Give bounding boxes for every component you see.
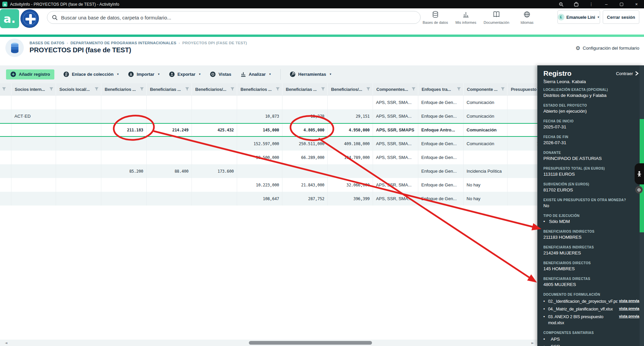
table-cell[interactable] [11, 164, 56, 178]
column-header-beneficiarios-[interactable]: Beneficiarios/... [327, 83, 373, 95]
user-menu-button[interactable]: E Emanuele Lini ▼ [557, 10, 600, 24]
table-cell[interactable] [56, 137, 101, 151]
document-preview-link[interactable]: vista previa [619, 314, 639, 319]
table-cell[interactable]: Enfoque de Gen... [418, 164, 463, 178]
table-cell[interactable]: Enfoque de Gen... [418, 192, 463, 206]
table-cell[interactable]: 145,000 [237, 124, 282, 136]
column-header-beneficiarias-[interactable]: Beneficiarias ... [146, 83, 192, 95]
table-cell[interactable]: 18,278 [282, 109, 327, 123]
widget-settings-gear-icon[interactable]: ⚙ [635, 186, 643, 193]
table-cell[interactable] [146, 96, 192, 109]
table-cell[interactable] [0, 164, 11, 178]
table-cell[interactable] [237, 164, 282, 178]
table-cell[interactable]: 287,752 [282, 192, 327, 206]
table-cell[interactable]: 32.066,000 [327, 178, 373, 192]
table-cell[interactable]: APS, SSR, SMA... [373, 192, 418, 206]
table-cell[interactable] [507, 109, 537, 123]
table-cell[interactable] [327, 164, 373, 178]
column-header-componente-[interactable]: Componente ... [463, 83, 507, 95]
table-cell[interactable] [101, 137, 146, 151]
table-cell[interactable] [146, 109, 192, 123]
table-cell[interactable]: 214.249 [146, 124, 192, 136]
table-cell[interactable] [101, 178, 146, 192]
table-cell[interactable] [101, 96, 146, 109]
table-cell[interactable] [282, 164, 327, 178]
toolbar-button-importar[interactable]: Importar▼ [128, 71, 160, 77]
table-cell[interactable] [373, 164, 418, 178]
table-cell[interactable] [56, 178, 101, 192]
table-cell[interactable] [146, 192, 192, 206]
table-cell[interactable]: Comunicación [463, 124, 507, 136]
table-cell[interactable]: 425.432 [192, 124, 237, 136]
table-cell[interactable]: Comunicación [463, 96, 507, 109]
filter-icon[interactable] [412, 87, 416, 92]
column-header-socio-s-local-[interactable]: Socio/s local/... [56, 83, 101, 95]
table-row[interactable]: 10.223,00021.843,00032.066,000APS, SSR, … [0, 178, 537, 192]
table-cell[interactable] [282, 96, 327, 109]
breadcrumb-item[interactable]: BASES DE DATOS [30, 41, 64, 45]
table-cell[interactable] [507, 178, 537, 192]
table-cell[interactable] [11, 96, 56, 109]
logout-button[interactable]: Cerrar sesión [603, 10, 639, 24]
column-header-beneficiarias-[interactable]: Beneficiarias ... [282, 83, 327, 95]
browser-extensions-icon[interactable] [569, 0, 584, 8]
accessibility-widget-button[interactable] [635, 163, 644, 184]
add-record-button[interactable]: Añadir registro [6, 69, 54, 79]
table-cell[interactable] [192, 192, 237, 206]
table-cell[interactable]: 4.805,000 [282, 124, 327, 136]
table-cell[interactable]: 66.289,000 [282, 151, 327, 164]
toolbar-button-enlace-de-colecci-n[interactable]: Enlace de colección▼ [63, 71, 119, 77]
filter-icon[interactable] [230, 87, 234, 92]
browser-menu-icon[interactable]: ⋮ [584, 0, 599, 8]
table-cell[interactable] [0, 192, 11, 206]
scroll-right-arrow[interactable]: ► [529, 340, 536, 346]
table-cell[interactable] [101, 151, 146, 164]
table-cell[interactable]: 211.183 [101, 124, 146, 136]
table-cell[interactable] [192, 178, 237, 192]
filter-icon[interactable] [185, 87, 189, 92]
table-cell[interactable]: 104.789,000 [327, 151, 373, 164]
horizontal-scrollbar-thumb[interactable] [249, 341, 372, 345]
column-header-enfoques-tra-[interactable]: Enfoques tra... [418, 83, 463, 95]
table-row[interactable]: 38.500,00066.289,000104.789,000APS, SSR,… [0, 151, 537, 164]
table-row[interactable]: APS, SSR, SMA...Enfoque de Gen...Comunic… [0, 96, 537, 109]
filter-icon[interactable] [95, 87, 99, 92]
table-cell[interactable]: 152.597,000 [237, 137, 282, 151]
table-cell[interactable]: ACT·ED [11, 109, 56, 123]
activityinfo-logo[interactable]: a. [0, 9, 19, 28]
table-cell[interactable] [56, 151, 101, 164]
table-cell[interactable] [507, 96, 537, 109]
breadcrumb-item[interactable]: PROYECTOS DPI (FASE DE TEST) [182, 41, 247, 45]
filter-icon[interactable] [276, 87, 280, 92]
toolbar-button-vistas[interactable]: Vistas [210, 71, 231, 77]
table-cell[interactable] [11, 178, 56, 192]
filter-icon[interactable] [321, 87, 325, 92]
table-cell[interactable] [0, 137, 11, 151]
table-cell[interactable]: 409.108,000 [327, 137, 373, 151]
restore-button[interactable] [614, 0, 629, 8]
search-input[interactable] [61, 15, 416, 20]
collapse-panel-button[interactable]: Contraer [616, 71, 639, 76]
table-cell[interactable]: Comunicación [463, 109, 507, 123]
table-cell[interactable]: Enfoque de Gen... [418, 96, 463, 109]
table-cell[interactable] [327, 96, 373, 109]
table-cell[interactable]: 29,151 [327, 109, 373, 123]
table-cell[interactable]: APS, SSR, SMA... [373, 178, 418, 192]
filter-icon[interactable] [366, 87, 370, 92]
table-cell[interactable]: 173.600 [192, 164, 237, 178]
minimize-button[interactable]: – [599, 0, 614, 8]
table-cell[interactable]: Incidencia Política [463, 164, 507, 178]
close-button[interactable]: × [629, 0, 644, 8]
table-cell[interactable] [11, 137, 56, 151]
table-cell[interactable]: 108,647 [237, 192, 282, 206]
table-cell[interactable]: Enfoque Antro... [418, 124, 463, 136]
table-cell[interactable]: Enfoque de Gen... [418, 178, 463, 192]
table-cell[interactable] [0, 109, 11, 123]
table-cell[interactable] [463, 151, 507, 164]
column-header-beneficiarios-[interactable]: Beneficiarios ... [237, 83, 282, 95]
table-cell[interactable] [11, 151, 56, 164]
table-cell[interactable] [56, 109, 101, 123]
table-cell[interactable]: 1 [507, 137, 537, 151]
table-cell[interactable]: 88.400 [146, 164, 192, 178]
table-cell[interactable] [507, 151, 537, 164]
